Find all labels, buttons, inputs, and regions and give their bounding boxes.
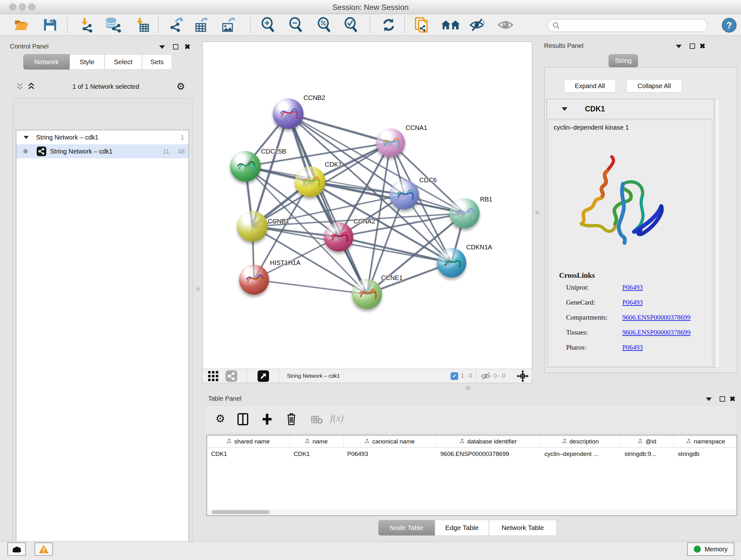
delete-column-icon[interactable] [286, 413, 297, 425]
column-header-canonicalname[interactable]: canonical name [343, 435, 436, 447]
float-panel-icon[interactable] [720, 396, 725, 401]
memory-button[interactable]: Memory [687, 543, 734, 556]
search-input[interactable] [548, 19, 707, 32]
zoom-fit-icon[interactable] [316, 17, 333, 33]
float-panel-icon[interactable] [173, 44, 179, 50]
node-CCNA1[interactable] [376, 128, 405, 157]
left-splitter-handle[interactable] [196, 287, 200, 291]
column-header-name[interactable]: name [290, 435, 343, 447]
import-network-file-icon[interactable] [78, 17, 95, 33]
node-RB1[interactable] [450, 198, 480, 228]
crosslink-link[interactable]: 9606.ENSP00000378699 [622, 314, 690, 321]
grid-view-icon[interactable] [208, 371, 219, 381]
close-panel-icon[interactable]: ✖ [699, 44, 705, 49]
network-options-gear-icon[interactable]: ⚙ [177, 82, 185, 91]
tab-network[interactable]: Network [23, 54, 70, 70]
cloud-status-button[interactable] [7, 543, 26, 556]
network-row[interactable]: String Network – cdk1 11 48 [16, 144, 189, 159]
duplicate-network-icon[interactable] [414, 17, 430, 33]
export-table-icon[interactable] [193, 17, 210, 33]
open-in-window-icon[interactable] [258, 370, 269, 382]
tab-string-results[interactable]: String [609, 54, 638, 67]
zoom-out-icon[interactable] [287, 17, 304, 33]
cell-sharedname[interactable]: CDK1 [207, 448, 290, 461]
close-panel-icon[interactable]: ✖ [730, 396, 735, 401]
cell-databaseidentifier[interactable]: 9606.ENSP00000378699 [436, 448, 541, 461]
pan-crosshair-icon[interactable] [517, 370, 529, 382]
show-columns-icon[interactable] [237, 413, 249, 425]
column-header-namespace[interactable]: namespace [674, 435, 738, 447]
refresh-view-icon[interactable] [381, 17, 397, 33]
export-network-icon[interactable] [168, 17, 185, 33]
node-CCNB1[interactable] [237, 211, 268, 242]
cell-id[interactable]: stringdb:9... [621, 448, 674, 461]
cell-description[interactable]: cyclin–dependent ... [541, 448, 621, 461]
collapse-all-button[interactable]: Collapse All [626, 79, 682, 92]
selected-checkbox-icon[interactable]: ✔ [451, 372, 458, 380]
column-header-description[interactable]: description [541, 435, 621, 447]
panel-menu-icon[interactable] [676, 45, 682, 48]
node-CCNB2[interactable] [273, 98, 304, 129]
node-CCNE1[interactable] [352, 279, 382, 309]
tab-style[interactable]: Style [70, 54, 105, 70]
network-view[interactable]: CCNB2CCNA1CDC25BCDK1CDC6RB1CCNB1CCNA2CDK… [202, 42, 532, 369]
bottom-splitter-handle[interactable] [465, 386, 470, 390]
import-network-database-icon[interactable] [104, 17, 123, 33]
table-options-gear-icon[interactable]: ⚙ [215, 414, 225, 423]
add-column-icon[interactable] [261, 413, 273, 425]
window-title: Session: New Session [0, 3, 741, 12]
node-CCNA2[interactable] [324, 222, 353, 252]
show-all-apps-icon[interactable] [441, 17, 461, 33]
crosslink-link[interactable]: P06493 [622, 284, 643, 292]
help-button[interactable]: ? [722, 18, 737, 33]
tab-select[interactable]: Select [105, 54, 142, 70]
float-panel-icon[interactable] [690, 44, 695, 49]
network-collection-row[interactable]: String Network – cdk1 1 [16, 130, 189, 144]
export-image-icon[interactable] [220, 17, 237, 33]
column-header-databaseidentifier[interactable]: database identifier [436, 435, 541, 447]
results-scrollbar[interactable] [715, 99, 720, 368]
tab-network-table[interactable]: Network Table [489, 520, 556, 536]
node-CDKN1A[interactable] [437, 248, 466, 277]
import-table-file-icon[interactable] [134, 17, 150, 33]
column-header-sharedname[interactable]: shared name [207, 435, 290, 447]
expand-all-button[interactable]: Expand All [564, 79, 616, 92]
panel-menu-icon[interactable] [159, 45, 165, 49]
crosslink-link[interactable]: 9606.ENSP00000378699 [622, 328, 690, 336]
collapse-all-icon[interactable] [16, 82, 23, 91]
cell-namespace[interactable]: stringdb [674, 448, 738, 461]
hidden-eye-icon[interactable] [480, 372, 491, 381]
tab-sets[interactable]: Sets [142, 54, 172, 70]
entry-gene-name: CDK1 [585, 105, 605, 113]
crosslink-link[interactable]: P06493 [622, 299, 643, 307]
scrollbar-thumb[interactable] [212, 510, 270, 514]
zoom-in-icon[interactable] [260, 17, 276, 33]
column-header-id[interactable]: @id [621, 435, 674, 447]
node-CDK1[interactable] [295, 166, 326, 197]
panel-menu-icon[interactable] [706, 397, 712, 401]
crosslink-link[interactable]: P06493 [622, 344, 643, 352]
cdk1-entry-header[interactable]: CDK1 [547, 99, 714, 119]
tab-node-table[interactable]: Node Table [378, 520, 435, 536]
node-attribute-table[interactable]: shared namenamecanonical namedatabase id… [206, 435, 737, 516]
open-session-icon[interactable] [13, 17, 30, 33]
tab-edge-table[interactable]: Edge Table [435, 520, 489, 536]
node-CDC25B[interactable] [230, 151, 261, 182]
save-session-icon[interactable] [42, 17, 58, 33]
node-CDC6[interactable] [390, 180, 419, 209]
table-horizontal-scrollbar[interactable] [208, 509, 736, 515]
table-data-row[interactable]: CDK1CDK1P064939606.ENSP00000378699cyclin… [207, 448, 737, 461]
node-HIST1H1A[interactable] [239, 265, 269, 295]
cell-name[interactable]: CDK1 [290, 448, 343, 461]
expand-all-icon[interactable] [27, 82, 35, 91]
collection-expander-icon[interactable] [23, 136, 28, 138]
entry-expander-icon[interactable] [562, 107, 567, 111]
hide-selected-eye-icon[interactable] [469, 17, 485, 33]
show-eye-icon[interactable] [497, 17, 514, 33]
right-splitter-handle[interactable] [536, 211, 539, 214]
zoom-selected-icon[interactable] [343, 17, 359, 33]
cell-canonicalname[interactable]: P06493 [343, 448, 436, 461]
warnings-button[interactable] [35, 543, 53, 556]
close-panel-icon[interactable]: ✖ [185, 44, 190, 50]
network-share-icon[interactable] [226, 370, 237, 382]
